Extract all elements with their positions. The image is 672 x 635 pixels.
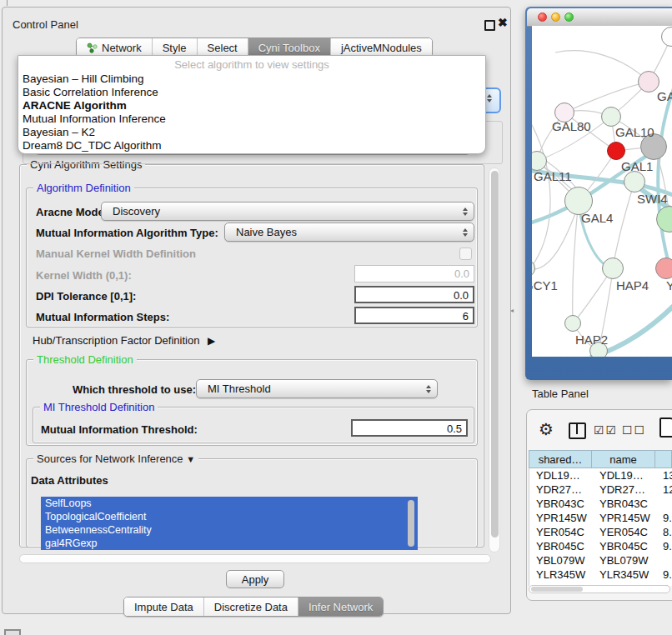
network-window-titlebar[interactable] — [527, 8, 672, 27]
table-row[interactable]: YLR345W YLR345W 9. — [529, 568, 672, 582]
mi-threshold-field[interactable]: 0.5 — [351, 419, 468, 437]
aracne-mode-combo[interactable]: Discovery — [101, 202, 474, 221]
node-swi4[interactable] — [624, 171, 645, 192]
table-body[interactable]: YDL19… YDL19… 13 YDR27… YDR27… 12 YBR043… — [529, 468, 672, 586]
mi-steps-field[interactable]: 6 — [354, 307, 474, 324]
network-canvas[interactable]: GAL GAL80 GAL10 GAL1 GAL11 SWI4 GAL4 GCY… — [532, 26, 672, 357]
popup-item-basic-correlation[interactable]: Basic Correlation Inference — [18, 86, 485, 99]
node-gal1-selected[interactable] — [607, 142, 625, 160]
data-attributes-list[interactable]: SelfLoops TopologicalCoefficient Between… — [41, 497, 418, 550]
tab-network-label: Network — [102, 42, 142, 54]
zoom-traffic-light-icon[interactable] — [564, 12, 574, 22]
popup-item-mutual-information[interactable]: Mutual Information Inference — [18, 112, 485, 126]
table-row[interactable]: YDR27… YDR27… 12 — [529, 482, 672, 497]
node-salmon-right[interactable] — [655, 258, 672, 279]
column-header-name[interactable]: name — [592, 450, 655, 468]
node-label-gal1: GAL1 — [621, 159, 653, 173]
window-edge-tick — [7, 0, 8, 6]
tab-discretize-data[interactable]: Discretize Data — [203, 598, 298, 616]
table-row[interactable]: YBR045C YBR045C 9. — [529, 539, 672, 553]
list-item-selfloops[interactable]: SelfLoops — [41, 497, 418, 510]
tab-impute-data-label: Impute Data — [134, 601, 193, 613]
column-header-shared-name[interactable]: shared… — [529, 450, 592, 468]
minimized-panel-icon[interactable] — [4, 629, 21, 635]
node-gal10[interactable] — [601, 107, 621, 127]
table-horizontal-scrollbar[interactable] — [529, 585, 670, 593]
manual-kernel-checkbox[interactable] — [459, 248, 472, 260]
settings-vertical-scrollbar[interactable] — [489, 168, 500, 552]
node-label-swi4: SWI4 — [637, 192, 668, 206]
cell: 12 — [656, 482, 672, 497]
tab-select[interactable]: Select — [197, 38, 248, 57]
cell: YPR145W — [593, 511, 656, 525]
combo-arrows-icon — [463, 228, 468, 237]
cell: YBL079W — [593, 553, 656, 568]
node-hap2[interactable] — [564, 315, 581, 332]
which-threshold-value: MI Threshold — [208, 382, 271, 395]
aracne-mode-value: Discovery — [113, 205, 160, 218]
close-icon[interactable]: ✖ — [498, 16, 508, 29]
popup-item-bayesian-k2[interactable]: Bayesian – K2 — [18, 126, 485, 139]
columns-icon[interactable] — [569, 422, 586, 439]
mi-threshold-label: Mutual Information Threshold: — [41, 423, 198, 436]
popup-item-dream8[interactable]: Dream8 DC_TDC Algorithm — [18, 139, 485, 152]
tab-style-label: Style — [163, 42, 187, 54]
tab-style[interactable]: Style — [152, 38, 197, 57]
which-threshold-combo[interactable]: MI Threshold — [196, 379, 438, 398]
tab-jactivemnodules-label: jActiveMNodules — [341, 42, 422, 54]
combo-arrows-icon — [426, 385, 431, 393]
popup-item-bayesian-hill-climbing[interactable]: Bayesian – Hill Climbing — [18, 72, 485, 86]
tab-infer-network[interactable]: Infer Network — [298, 598, 383, 616]
attributes-list-scrollbar[interactable] — [407, 498, 415, 548]
sources-group-title: Sources for Network Inference ▼ — [33, 452, 198, 465]
table-row[interactable]: YER054C YER054C 8. — [529, 525, 672, 539]
list-item-gal4rgexp[interactable]: gal4RGexp — [41, 537, 418, 550]
algorithm-dropdown-popup: Select algorithm to view settings Bayesi… — [18, 55, 486, 154]
list-item-betweennesscentrality[interactable]: BetweennessCentrality — [41, 523, 418, 537]
cell: YER054C — [593, 525, 656, 539]
dpi-tolerance-field[interactable]: 0.0 — [354, 286, 474, 303]
table-row[interactable]: YDL19… YDL19… 13 — [529, 468, 672, 482]
mi-threshold-group-title: MI Threshold Definition — [40, 401, 158, 413]
column-header-cut[interactable] — [655, 450, 672, 468]
table-header-row: shared… name — [529, 450, 672, 468]
cyni-toolbox-subtabs: Impute Data Discretize Data Infer Networ… — [123, 597, 384, 617]
node-hap4[interactable] — [602, 258, 624, 279]
gear-icon[interactable]: ⚙ — [539, 419, 554, 439]
cell: 8. — [656, 525, 672, 539]
panel-title: Control Panel — [13, 18, 78, 31]
settings-horizontal-scrollbar[interactable] — [19, 554, 491, 563]
popup-item-aracne[interactable]: ARACNE Algorithm — [18, 99, 485, 112]
tab-select-label: Select — [208, 42, 238, 54]
float-window-icon[interactable] — [484, 20, 495, 31]
mi-steps-label: Mutual Information Steps: — [36, 311, 169, 323]
cell: YDR27… — [529, 482, 593, 497]
tab-cyni-toolbox[interactable]: Cyni Toolbox — [248, 38, 330, 57]
popup-placeholder: Select algorithm to view settings — [18, 56, 485, 72]
expand-down-icon[interactable]: ▼ — [186, 454, 195, 464]
hub-definition-disclosure[interactable]: Hub/Transcription Factor Definition ▶ — [33, 334, 215, 347]
aracne-mode-label: Aracne Mode: — [36, 206, 108, 218]
table-row[interactable]: YPR145W YPR145W 9. — [529, 511, 672, 525]
deselect-all-checkboxes-icon[interactable]: ☐☐ — [622, 423, 646, 437]
kernel-width-field[interactable]: 0.0 — [354, 265, 474, 282]
tab-jactivemnodules[interactable]: jActiveMNodules — [330, 38, 432, 57]
close-traffic-light-icon[interactable] — [538, 12, 547, 22]
node-label-hap4: HAP4 — [616, 278, 649, 292]
tab-network[interactable]: Network — [77, 38, 152, 57]
cell — [656, 497, 672, 511]
table-row[interactable]: YBR043C YBR043C — [529, 497, 672, 511]
table-row[interactable]: YBL079W YBL079W — [529, 553, 672, 568]
table-panel-title: Table Panel — [532, 388, 589, 400]
export-table-icon[interactable] — [659, 418, 672, 438]
apply-button[interactable]: Apply — [226, 570, 284, 588]
cell: YDL19… — [593, 468, 656, 482]
select-all-checkboxes-icon[interactable]: ☑☑ — [594, 423, 618, 437]
cell: YBR043C — [593, 497, 656, 511]
minimize-traffic-light-icon[interactable] — [551, 12, 560, 22]
control-panel: Control Panel ✖ Network Style Select — [2, 7, 511, 614]
mi-algorithm-type-combo[interactable]: Naive Bayes — [224, 222, 474, 242]
list-item-topologicalcoefficient[interactable]: TopologicalCoefficient — [41, 510, 418, 523]
tab-impute-data[interactable]: Impute Data — [124, 598, 203, 616]
cell: YBR045C — [529, 539, 593, 553]
